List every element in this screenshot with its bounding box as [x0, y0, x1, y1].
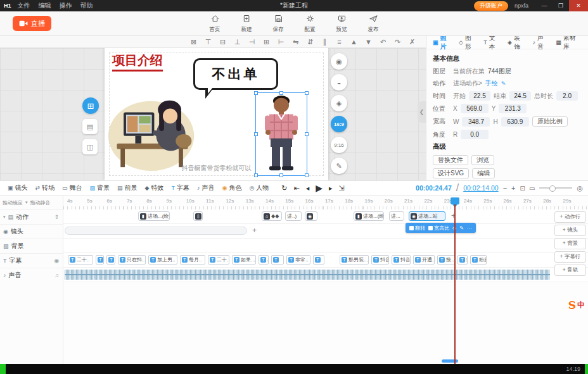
timeline-tab-role[interactable]: ◉角色: [219, 184, 246, 192]
action-clip[interactable]: 进..): [285, 211, 302, 221]
subtitle-clip[interactable]: T开通...: [413, 255, 435, 265]
upgrade-account-button[interactable]: 升级账户: [474, 1, 508, 11]
aspect-ratio-checkbox[interactable]: 宽高比: [428, 225, 449, 232]
subtitle-clip[interactable]: T粉丝...: [470, 255, 487, 265]
new-button[interactable]: 新建: [236, 14, 257, 34]
canvas-heading-text[interactable]: 项目介绍: [112, 52, 163, 72]
align-left-icon[interactable]: ⊣: [245, 35, 259, 48]
design-svg-button[interactable]: 设计SVG: [433, 168, 469, 178]
subtitle-clip[interactable]: T二十..: [208, 255, 229, 265]
camera-button[interactable]: ◉: [331, 53, 347, 70]
fullscreen-button[interactable]: ⇲: [339, 184, 345, 192]
subtitle-clip[interactable]: T: [271, 255, 284, 265]
timeline-zoom-slider[interactable]: [539, 187, 572, 189]
magnifier-button[interactable]: ◎: [577, 184, 583, 192]
add-background-button[interactable]: + 背景: [554, 238, 586, 249]
subtitle-clip[interactable]: T那男装...: [340, 255, 369, 265]
height-field[interactable]: 630.9: [501, 117, 529, 127]
selection-handle[interactable]: [254, 91, 258, 95]
timeline-tab-transition[interactable]: ⇄转场: [32, 184, 59, 192]
action-clip[interactable]: ▮进场...(绘): [138, 211, 170, 221]
scroll-lock-toggle[interactable]: 推动镜定: [3, 199, 23, 206]
timeline-tab-foreground[interactable]: ▤前景: [113, 184, 141, 192]
subtitle-clip[interactable]: T抖音..: [392, 255, 411, 265]
browse-button[interactable]: 浏览: [471, 155, 494, 165]
zoom-out-button[interactable]: −: [503, 184, 507, 192]
timeline-ruler[interactable]: 4s5s6s7s8s9s10s11s12s13s14s15s16s17s18s1…: [63, 196, 588, 210]
rotation-field[interactable]: 0.0: [461, 130, 489, 139]
flip-checkbox[interactable]: 翻转: [409, 225, 425, 232]
edit-icon[interactable]: ✎: [459, 225, 464, 231]
bring-forward-icon[interactable]: ▲: [347, 35, 361, 48]
subtitle-clip[interactable]: T抖音橱..: [371, 255, 389, 265]
add-subtitle-row-button[interactable]: + 字幕行: [554, 251, 586, 263]
selection-handle[interactable]: [254, 132, 258, 136]
speech-bubble[interactable]: 不出单: [193, 58, 278, 90]
scrollbar-thumb[interactable]: [442, 359, 458, 363]
publish-button[interactable]: 发布: [362, 14, 384, 34]
start-field[interactable]: 22.5: [469, 91, 490, 101]
drag-mute-toggle[interactable]: 拖动静音: [30, 199, 51, 206]
distribute-horizontal-icon[interactable]: ∥: [317, 35, 332, 48]
menu-item[interactable]: 文件: [18, 2, 30, 9]
playhead-handle[interactable]: [451, 197, 459, 204]
lock-icon[interactable]: ⊠: [186, 35, 201, 48]
selected-clip[interactable]: ◉进场...站: [409, 211, 445, 221]
selection-handle[interactable]: [279, 91, 283, 95]
collapse-panel-button[interactable]: ❮: [418, 101, 426, 123]
redo-icon[interactable]: ↷: [390, 35, 405, 48]
action-type-dropdown[interactable]: 进场动作>: [453, 79, 482, 88]
track-label-background[interactable]: ▨背景: [0, 239, 63, 253]
chevron-down-icon[interactable]: ▾: [25, 200, 28, 205]
subtitle-clip[interactable]: T就..: [259, 255, 269, 265]
subtitle-clip[interactable]: T加上男..: [148, 255, 177, 265]
selection-handle[interactable]: [254, 173, 258, 177]
edit-action-icon[interactable]: ✎: [501, 80, 506, 87]
y-field[interactable]: 231.3: [499, 104, 527, 113]
layers-button[interactable]: ▤: [82, 119, 98, 134]
subtitle-clip[interactable]: T接..: [437, 255, 455, 265]
send-backward-icon[interactable]: ▼: [361, 35, 376, 48]
replace-file-button[interactable]: 替换文件: [433, 155, 468, 165]
selection-handle[interactable]: [279, 173, 283, 177]
maximize-button[interactable]: ❐: [553, 0, 569, 11]
track-label-camera[interactable]: ◉镜头: [0, 224, 63, 239]
x-field[interactable]: 569.0: [461, 104, 489, 113]
add-action-row-button[interactable]: + 动作行: [554, 211, 586, 223]
home-button[interactable]: 首页: [204, 14, 226, 34]
time-total[interactable]: 00:02:14.00: [463, 184, 498, 192]
save-button[interactable]: 保存: [267, 14, 289, 34]
live-button[interactable]: 直播: [13, 16, 51, 31]
selection-handle[interactable]: [305, 91, 309, 95]
duration-field[interactable]: 2.0: [556, 91, 578, 101]
track-label-subtitle[interactable]: T字幕◉: [0, 253, 63, 268]
comment-button[interactable]: ◒: [331, 74, 347, 90]
action-clip[interactable]: ▯: [193, 211, 203, 221]
ratio-16-9-button[interactable]: 16:9: [331, 116, 347, 132]
end-field[interactable]: 24.5: [509, 91, 531, 101]
horizontal-scrollbar[interactable]: [63, 359, 588, 363]
action-clip[interactable]: 进...: [389, 211, 404, 221]
ratio-9-16-button[interactable]: 9:16: [331, 137, 347, 153]
camera-clip[interactable]: [65, 227, 247, 235]
canvas[interactable]: 项目介绍 不出单: [105, 48, 328, 180]
width-field[interactable]: 348.7: [462, 117, 490, 127]
flip-horizontal-icon[interactable]: ⇋: [288, 35, 303, 48]
add-camera-button[interactable]: + 镜头: [554, 225, 586, 236]
subtitle-clip[interactable]: T如果...: [232, 255, 256, 265]
audio-waveform-clip[interactable]: [65, 270, 550, 280]
loop-button[interactable]: ↻: [281, 184, 287, 192]
play-button[interactable]: ▶: [316, 183, 323, 193]
grid-button[interactable]: ⊞: [82, 97, 99, 114]
subtitle-track-option-icon[interactable]: ◉: [54, 258, 59, 264]
selection-handle[interactable]: [305, 173, 309, 177]
chevron-down-icon[interactable]: ▾: [3, 215, 6, 220]
add-audio-track-button[interactable]: + 音轨: [554, 265, 586, 276]
selection-box[interactable]: [255, 92, 307, 176]
timeline-tab-effects[interactable]: ◆特效: [141, 184, 168, 192]
prev-frame-button[interactable]: ◂: [306, 184, 310, 192]
align-center-icon[interactable]: ⊞: [259, 35, 274, 48]
zoom-in-button[interactable]: +: [511, 184, 515, 192]
timeline-tab-sound[interactable]: ♪声音: [193, 184, 219, 192]
timeline-tab-background[interactable]: ▨背景: [86, 184, 114, 192]
